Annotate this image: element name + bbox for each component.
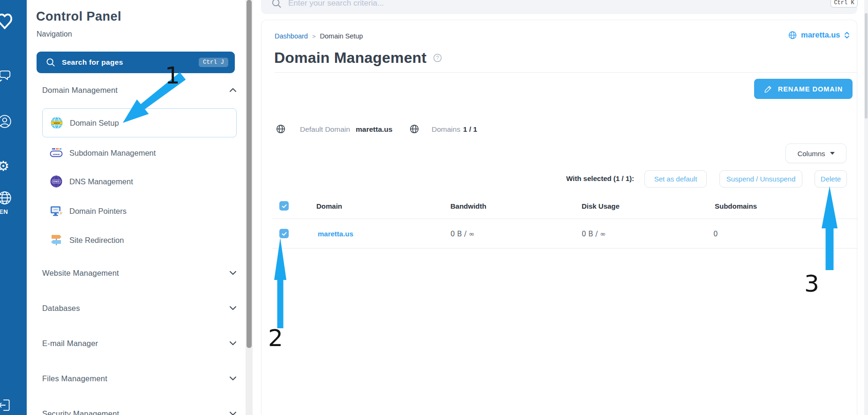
section-files-management[interactable]: Files Management — [42, 373, 237, 384]
help-question-icon[interactable]: ? — [433, 53, 442, 62]
row-bandwidth-value: 0 B / ∞ — [450, 230, 475, 238]
domain-selector[interactable]: maretta.us — [788, 30, 850, 39]
language-globe-icon[interactable] — [0, 190, 12, 205]
annotation-step-1: 1 — [165, 62, 180, 89]
svg-text:www: www — [53, 208, 58, 211]
svg-text:DNS: DNS — [53, 180, 59, 183]
global-search-bar[interactable] — [261, 0, 857, 14]
sidebar-title: Control Panel — [36, 9, 121, 24]
domain-setup-globe-icon: www — [50, 116, 64, 130]
section-databases[interactable]: Databases — [42, 302, 237, 314]
check-icon — [281, 230, 288, 237]
row-disk-usage-value: 0 B / ∞ — [582, 230, 606, 238]
search-icon — [271, 0, 282, 8]
support-chat-icon[interactable] — [0, 68, 12, 83]
annotation-step-2: 2 — [268, 324, 283, 352]
sidebar-scrollbar-thumb[interactable] — [247, 0, 252, 348]
language-code-label[interactable]: EN — [0, 208, 8, 215]
table-row-divider — [272, 248, 858, 249]
chevron-down-icon — [229, 306, 237, 310]
chevron-down-icon — [229, 411, 237, 415]
breadcrumb: Dashboard > Domain Setup — [275, 32, 363, 40]
select-all-checkbox[interactable] — [279, 201, 289, 211]
page-title: Domain Management — [274, 49, 427, 67]
search-icon — [46, 58, 55, 67]
sidebar-item-subdomain-management[interactable]: .www. Subdomain Management — [49, 146, 156, 160]
sidebar-subtitle: Navigation — [37, 30, 72, 38]
section-security-management[interactable]: Security Management — [42, 408, 237, 415]
default-domain-label: Default Domain — [300, 125, 350, 134]
control-panel-screen: ⚙ EN Control Panel Navigation Search for… — [0, 0, 868, 415]
domain-pointers-monitor-icon: www — [49, 204, 63, 218]
svg-text:.www.: .www. — [52, 153, 60, 156]
table-header-subdomains: Subdomains — [715, 202, 757, 210]
sidebar-item-domain-setup[interactable]: www Domain Setup — [42, 108, 237, 137]
row-checkbox[interactable] — [279, 229, 289, 238]
domains-count: 1 / 1 — [463, 125, 477, 134]
icon-rail: ⚙ EN — [0, 0, 27, 415]
shortcut-badge-ctrl-j: Ctrl J — [199, 58, 228, 67]
shortcut-badge-ctrl-k: Ctrl K — [831, 0, 858, 8]
domain-management-card: Dashboard > Domain Setup maretta.us Doma… — [261, 20, 857, 415]
breadcrumb-dashboard-link[interactable]: Dashboard — [275, 32, 308, 40]
set-as-default-button[interactable]: Set as default — [644, 170, 707, 188]
sidebar-item-domain-pointers[interactable]: www Domain Pointers — [49, 204, 127, 218]
account-icon[interactable] — [0, 114, 12, 129]
page-title-row: Domain Management ? — [274, 49, 442, 67]
check-icon — [281, 203, 288, 210]
sidebar-search-button[interactable]: Search for pages Ctrl J — [37, 52, 235, 73]
directadmin-logo-icon[interactable] — [0, 8, 12, 34]
table-header-disk-usage: Disk Usage — [582, 202, 620, 210]
svg-text:www: www — [53, 121, 60, 124]
global-search-input[interactable] — [288, 0, 857, 8]
table-header-divider — [272, 219, 858, 219]
site-redirection-signpost-icon — [49, 233, 63, 247]
logout-icon[interactable] — [0, 398, 12, 413]
section-domain-management[interactable]: Domain Management — [42, 84, 237, 96]
chevron-down-icon — [229, 271, 237, 275]
breadcrumb-separator: > — [312, 33, 316, 40]
updown-chevrons-icon — [844, 31, 850, 39]
globe-icon — [788, 31, 797, 39]
chevron-down-icon — [229, 341, 237, 346]
page-scrollbar-thumb[interactable] — [865, 13, 868, 119]
columns-dropdown-button[interactable]: Columns — [786, 143, 846, 163]
delete-button[interactable]: Delete — [815, 170, 847, 188]
table-header-bandwidth: Bandwidth — [450, 202, 486, 210]
settings-gear-icon[interactable]: ⚙ — [0, 158, 12, 174]
svg-text:?: ? — [436, 55, 439, 60]
caret-down-icon — [830, 152, 835, 155]
default-domain-value: maretta.us — [356, 125, 392, 134]
chevron-up-icon — [229, 88, 237, 92]
domains-label: Domains — [432, 125, 460, 134]
globe-icon — [276, 124, 285, 134]
table-header-domain: Domain — [316, 202, 342, 210]
sidebar-item-site-redirection[interactable]: Site Redirection — [49, 233, 124, 247]
sidebar-item-dns-management[interactable]: DNS DNS Management — [49, 174, 133, 189]
dns-globe-icon: DNS — [49, 174, 63, 189]
title-divider — [275, 72, 857, 73]
navigation-sidebar: Control Panel Navigation Search for page… — [27, 0, 246, 415]
domain-selector-value: maretta.us — [801, 30, 840, 39]
pencil-icon — [764, 85, 772, 93]
chevron-down-icon — [229, 376, 237, 381]
row-domain-link[interactable]: maretta.us — [318, 230, 353, 238]
annotation-step-3: 3 — [804, 270, 819, 297]
with-selected-label: With selected (1 / 1): — [494, 174, 634, 182]
rename-domain-button[interactable]: RENAME DOMAIN — [754, 79, 853, 99]
section-email-manager[interactable]: E-mail Manager — [42, 338, 237, 349]
row-subdomains-value: 0 — [713, 230, 718, 238]
domain-summary-row: Default Domain maretta.us Domains 1 / 1 — [262, 124, 857, 136]
subdomain-icon: .www. — [49, 146, 63, 160]
globe-icon — [410, 124, 419, 134]
breadcrumb-current: Domain Setup — [320, 32, 363, 40]
suspend-unsuspend-button[interactable]: Suspend / Unsuspend — [719, 170, 802, 188]
section-website-management[interactable]: Website Management — [42, 267, 237, 279]
